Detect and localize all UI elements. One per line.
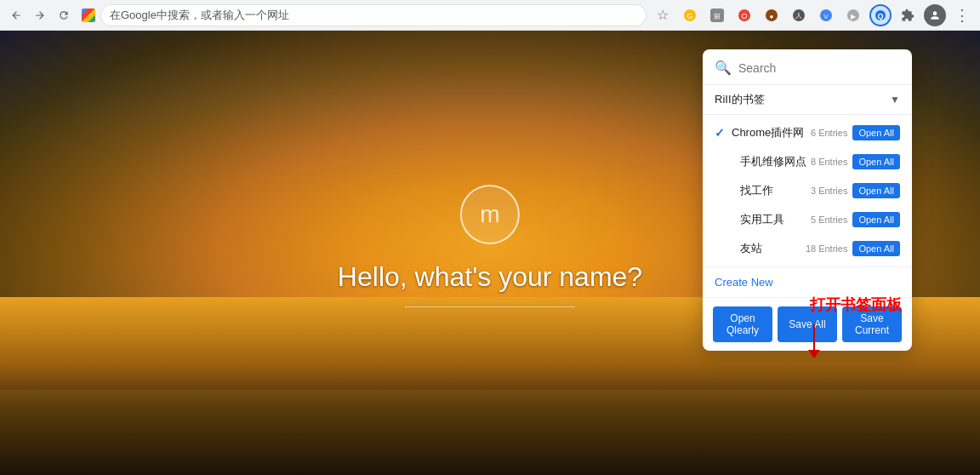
checkmark-icon: ✓ (715, 126, 725, 140)
open-all-button[interactable]: Open All (852, 154, 900, 169)
page-background: m Hello, what's your name? 打开书签面板 🔍 RiII… (0, 31, 980, 475)
open-all-button[interactable]: Open All (852, 212, 900, 227)
create-new-item[interactable]: Create New (703, 266, 912, 297)
svg-text:▶: ▶ (851, 13, 857, 20)
svg-text:⊞: ⊞ (714, 12, 721, 20)
open-all-button[interactable]: Open All (852, 183, 900, 198)
ext-icon-4[interactable]: ● (761, 4, 783, 26)
annotation-arrow (808, 324, 820, 358)
entries-count: 3 Entries (811, 186, 847, 196)
bookmark-name: 实用工具 (740, 212, 784, 227)
ext-icon-6[interactable]: V (815, 4, 837, 26)
svg-text:G: G (687, 12, 692, 20)
svg-text:V: V (823, 13, 829, 20)
google-favicon (82, 9, 95, 22)
bookmark-name: Chrome插件网 (732, 125, 804, 140)
hero-content: m Hello, what's your name? (338, 185, 642, 321)
bookmark-list: ✓Chrome插件网6 EntriesOpen All手机维修网点8 Entri… (703, 115, 912, 266)
ext-icon-2[interactable]: ⊞ (706, 4, 728, 26)
bookmark-name: 找工作 (740, 183, 773, 198)
svg-text:人: 人 (795, 12, 802, 20)
open-qlearly-button[interactable]: Open Qlearly (713, 306, 772, 342)
profile-avatar[interactable] (924, 4, 946, 26)
folder-selector[interactable]: RiII的书签 ▼ (703, 85, 912, 115)
arrow-head (808, 350, 820, 358)
extensions-puzzle-icon[interactable] (897, 4, 919, 26)
open-all-button[interactable]: Open All (852, 241, 900, 256)
chevron-down-icon: ▼ (890, 94, 900, 106)
qlearly-ext-icon[interactable]: Q (869, 4, 892, 26)
bookmark-item[interactable]: 友站18 EntriesOpen All (703, 234, 912, 263)
bookmark-name: 友站 (740, 241, 762, 256)
entries-count: 5 Entries (811, 215, 847, 225)
entries-count: 8 Entries (811, 157, 847, 167)
bookmark-item[interactable]: 手机维修网点8 EntriesOpen All (703, 147, 912, 176)
address-text: 在Google中搜索，或者输入一个网址 (110, 8, 289, 23)
svg-text:O: O (741, 12, 747, 20)
entries-count: 6 Entries (811, 128, 847, 138)
open-all-button[interactable]: Open All (852, 125, 900, 140)
reload-button[interactable] (54, 6, 73, 25)
hero-divider (405, 306, 575, 307)
hero-avatar: m (460, 185, 520, 244)
hero-heading: Hello, what's your name? (338, 261, 642, 293)
svg-text:Q: Q (877, 12, 883, 20)
chrome-menu-button[interactable]: ⋮ (951, 4, 973, 26)
annotation-text: 打开书签面板 (810, 295, 902, 315)
browser-chrome: 在Google中搜索，或者输入一个网址 ☆ G ⊞ O ● 人 V ▶ Q ⋮ (0, 0, 980, 31)
folder-selector-label: RiII的书签 (715, 92, 765, 107)
ext-icon-1[interactable]: G (679, 4, 701, 26)
search-icon: 🔍 (715, 60, 732, 76)
search-input[interactable] (738, 61, 900, 75)
ext-icon-3[interactable]: O (733, 4, 755, 26)
bookmark-name: 手机维修网点 (740, 154, 806, 169)
bookmark-item[interactable]: ✓Chrome插件网6 EntriesOpen All (703, 118, 912, 147)
ext-icon-5[interactable]: 人 (788, 4, 810, 26)
bookmark-item[interactable]: 实用工具5 EntriesOpen All (703, 205, 912, 234)
arrow-line (813, 324, 815, 350)
forward-button[interactable] (31, 6, 49, 25)
bookmark-star-icon[interactable]: ☆ (652, 4, 674, 26)
avatar-letter: m (480, 201, 499, 228)
ext-icon-7[interactable]: ▶ (842, 4, 864, 26)
water-reflection (0, 390, 980, 475)
address-bar[interactable]: 在Google中搜索，或者输入一个网址 (100, 4, 647, 26)
back-button[interactable] (7, 6, 26, 25)
svg-text:●: ● (770, 13, 774, 20)
bookmark-item[interactable]: 找工作3 EntriesOpen All (703, 176, 912, 205)
create-new-label: Create New (715, 276, 773, 289)
popup-search-row: 🔍 (703, 49, 912, 85)
entries-count: 18 Entries (806, 243, 848, 254)
